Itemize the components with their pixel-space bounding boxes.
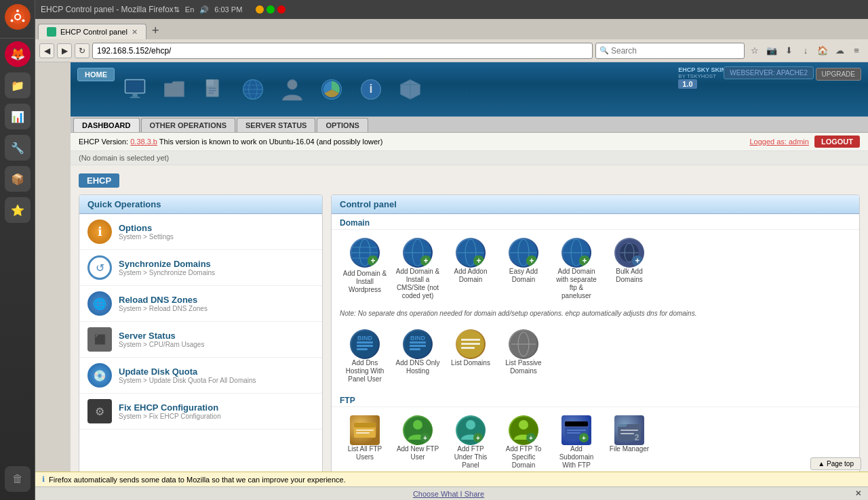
- language-icon: En: [185, 5, 194, 14]
- header-icon-folder[interactable]: [157, 72, 191, 106]
- domain-bar: (No domain is selected yet): [71, 151, 868, 165]
- domain-icons-row: + Add Domain & Install Wordpress + Add D…: [332, 230, 859, 308]
- svg-rect-100: [620, 433, 634, 434]
- tab-other-ops[interactable]: OTHER OPERATIONS: [141, 118, 235, 132]
- forward-btn[interactable]: ▶: [57, 43, 72, 58]
- header-icon-info[interactable]: i: [354, 72, 388, 106]
- address-bar[interactable]: [92, 43, 593, 59]
- cp-icon-dns-only[interactable]: BIND Add DNS Only Hosting: [393, 327, 443, 386]
- page-top-btn[interactable]: ▲ Page top: [810, 457, 861, 470]
- quick-op-sync[interactable]: ↺ Synchronize Domains System > Synchroni…: [79, 250, 322, 286]
- cp-icon-add-ftp-domain[interactable]: + Add FTP To Specific Domain: [498, 413, 549, 472]
- cp-icon-add-domain-wp[interactable]: + Add Domain & Install Wordpress: [340, 235, 390, 303]
- cp-icon-add-domain-ftp[interactable]: + Add Domain with separate ftp & panelus…: [551, 235, 601, 303]
- svg-rect-65: [410, 341, 426, 343]
- download-icon[interactable]: ↓: [798, 43, 813, 58]
- pocket-icon[interactable]: ⬇: [781, 43, 796, 58]
- reload-btn[interactable]: ↻: [75, 43, 90, 58]
- page-content: HOME: [71, 62, 868, 500]
- search-input[interactable]: [595, 43, 745, 59]
- choose-share-link[interactable]: Choose What I Share: [413, 490, 484, 498]
- dns-icon: 🌐: [87, 291, 112, 316]
- sync-icon[interactable]: ☁: [832, 43, 847, 58]
- cp-icon-add-ftp-user[interactable]: + Add New FTP User: [393, 413, 443, 472]
- app-icon-2[interactable]: 📁: [5, 72, 31, 98]
- upgrade-btn[interactable]: UPGRADE: [816, 68, 861, 81]
- bookmark-icon[interactable]: ☆: [747, 43, 762, 58]
- minimize-btn[interactable]: [256, 5, 264, 14]
- back-btn[interactable]: ◀: [39, 43, 54, 58]
- svg-rect-67: [410, 348, 420, 350]
- share-close-btn[interactable]: ✕: [855, 489, 861, 498]
- cp-icon-add-domain-cms[interactable]: + Add Domain & Install a CMS/Site (not c…: [393, 235, 443, 303]
- ehcp-badge: EHCP: [79, 173, 119, 188]
- svg-rect-69: [461, 339, 480, 341]
- app-icon-3[interactable]: 📊: [5, 104, 31, 129]
- nav-tabs-bar: DASHBOARD OTHER OPERATIONS SERVER STATUS…: [71, 117, 868, 133]
- webserver-btn[interactable]: WEBSERVER: APACHE2: [724, 66, 814, 79]
- quick-op-fix[interactable]: ⚙ Fix EHCP Configuration System > Fix EH…: [79, 394, 322, 430]
- tab-dashboard[interactable]: DASHBOARD: [73, 118, 140, 132]
- svg-rect-70: [461, 343, 480, 345]
- logout-button[interactable]: LOGOUT: [814, 136, 860, 148]
- cp-icon-list-domains[interactable]: List Domains: [446, 327, 496, 386]
- browser-chrome: EHCP Control panel - Mozilla Firefox ⇅ E…: [35, 0, 868, 500]
- header-icon-document[interactable]: [197, 72, 231, 106]
- app-icon-6[interactable]: ⭐: [5, 197, 31, 223]
- svg-rect-6: [132, 93, 137, 96]
- maximize-btn[interactable]: [267, 5, 275, 14]
- cp-icon-add-addon[interactable]: + Add Addon Domain: [446, 235, 496, 303]
- cp-icon-list-ftp[interactable]: List All FTP Users: [340, 413, 390, 472]
- header-icon-monitor[interactable]: [118, 72, 152, 106]
- quick-op-disk[interactable]: 💿 Update Disk Quota System > Update Disk…: [79, 358, 322, 394]
- svg-rect-76: [354, 423, 376, 428]
- svg-rect-8: [126, 81, 143, 91]
- svg-text:+: +: [529, 256, 534, 266]
- app-icon-5[interactable]: 📦: [5, 166, 31, 192]
- screenshot-icon[interactable]: 📷: [764, 43, 779, 58]
- close-btn[interactable]: [277, 5, 285, 14]
- svg-point-80: [413, 420, 422, 430]
- header-icon-person[interactable]: [275, 72, 309, 106]
- cp-icon-add-ftp-panel[interactable]: + Add FTP Under This Panel: [446, 413, 496, 472]
- tab-close-btn[interactable]: ✕: [132, 28, 138, 37]
- ubuntu-icon[interactable]: [5, 4, 31, 30]
- svg-text:+: +: [635, 256, 639, 266]
- version-link[interactable]: 0.38.3.b: [130, 138, 157, 146]
- skin-info: EHCP SKY SKIN BY TSKYHOST 1.0: [678, 66, 726, 89]
- svg-rect-99: [620, 430, 638, 431]
- header-icon-chart[interactable]: [315, 72, 349, 106]
- home-button[interactable]: HOME: [77, 68, 115, 81]
- svg-text:+: +: [423, 434, 427, 442]
- quick-op-dns[interactable]: 🌐 Reload DNS Zones System > Reload DNS Z…: [79, 286, 322, 322]
- info-icon: ℹ: [42, 475, 45, 484]
- svg-text:+: +: [582, 256, 587, 266]
- browser-tab[interactable]: EHCP Control panel ✕: [38, 24, 146, 39]
- ftp-icons-row: List All FTP Users + Add New FTP User +: [332, 407, 859, 478]
- cp-icon-easy-add[interactable]: + Easy Add Domain: [498, 235, 549, 303]
- cp-icon-list-passive[interactable]: List Passive Domains: [498, 327, 549, 386]
- header-icon-globe[interactable]: [236, 72, 270, 106]
- dns-note: Note: No separate dns operation needed f…: [332, 308, 859, 321]
- app-icon-1[interactable]: 🦊: [5, 41, 31, 67]
- new-tab-btn[interactable]: +: [146, 22, 165, 39]
- app-icon-4[interactable]: 🔧: [5, 135, 31, 161]
- admin-link[interactable]: admin: [789, 138, 809, 146]
- svg-rect-66: [410, 345, 426, 347]
- quick-op-options[interactable]: ℹ Options System > Settings: [79, 214, 322, 250]
- control-panel-title: Control panel: [332, 195, 859, 214]
- quick-op-server[interactable]: ⬛ Server Status System > CPU/Ram Usages: [79, 322, 322, 358]
- tab-options[interactable]: OPTIONS: [317, 118, 368, 132]
- ftp-section-title: FTP: [332, 392, 859, 407]
- cp-icon-add-subdomain[interactable]: + Add Subdomain With FTP: [551, 413, 601, 472]
- tab-server-status[interactable]: SERVER STATUS: [237, 118, 315, 132]
- menu-icon[interactable]: ≡: [849, 43, 864, 58]
- header-icon-package[interactable]: [393, 72, 427, 106]
- cp-icon-bulk-add[interactable]: + Bulk Add Domains: [604, 235, 654, 303]
- svg-point-2: [16, 9, 19, 12]
- cp-icon-dns-hosting[interactable]: BIND Add Dns Hosting With Panel User: [340, 327, 390, 386]
- app-icon-7[interactable]: 🗑: [5, 466, 31, 492]
- login-info: Logged as: admin LOGOUT: [749, 136, 860, 148]
- home-nav-icon[interactable]: 🏠: [815, 43, 830, 58]
- cp-icon-file-manager[interactable]: 2 File Manager: [604, 413, 654, 472]
